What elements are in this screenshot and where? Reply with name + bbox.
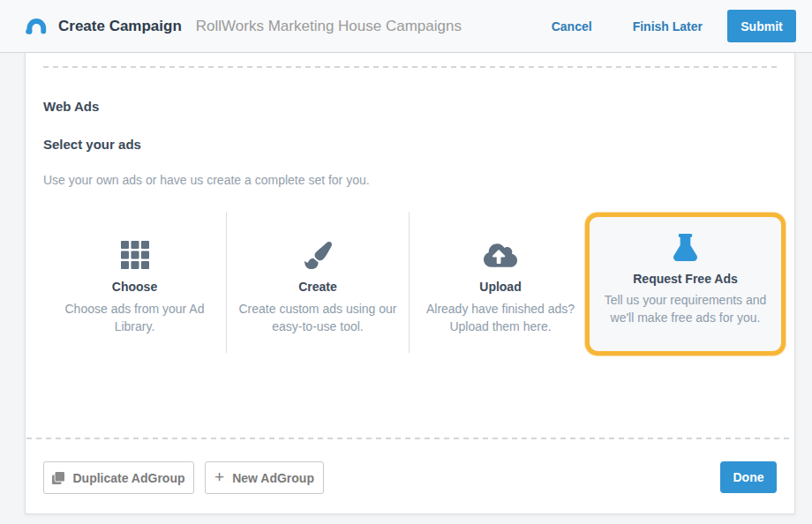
finish-later-button[interactable]: Finish Later [633, 19, 703, 34]
option-create-description: Create custom ads using our easy-to-use … [234, 300, 402, 335]
option-request-description: Tell us your requirements and we'll make… [604, 291, 768, 326]
option-request-free-ads[interactable]: Request Free Ads Tell us your requiremen… [585, 213, 786, 356]
create-campaign-page: Create Campaign RollWorks Marketing Hous… [0, 0, 812, 524]
campaign-card: Web Ads Select your ads Use your own ads… [25, 53, 795, 514]
option-upload-description: Already have finished ads? Upload them h… [417, 300, 584, 335]
option-upload-title: Upload [479, 280, 521, 294]
top-bar: Create Campaign RollWorks Marketing Hous… [0, 0, 812, 53]
select-ads-heading: Select your ads [43, 137, 141, 152]
new-adgroup-label: New AdGroup [232, 471, 314, 485]
top-bar-actions: Cancel Finish Later Submit [552, 10, 796, 42]
option-choose-title: Choose [112, 280, 157, 294]
option-choose-description: Choose ads from your Ad Library. [51, 300, 219, 335]
ad-source-options: Choose Choose ads from your Ad Library. … [43, 212, 786, 360]
plus-icon: + [214, 468, 224, 485]
bottom-dashed-divider [26, 438, 793, 439]
duplicate-adgroup-button[interactable]: Duplicate AdGroup [43, 461, 194, 494]
campaign-name: RollWorks Marketing House Campaigns [196, 18, 462, 35]
new-adgroup-button[interactable]: + New AdGroup [205, 461, 324, 494]
submit-button[interactable]: Submit [727, 10, 796, 42]
option-create-title: Create [298, 280, 337, 294]
duplicate-adgroup-label: Duplicate AdGroup [72, 471, 184, 485]
option-upload[interactable]: Upload Already have finished ads? Upload… [409, 212, 591, 353]
copy-icon [52, 472, 64, 484]
select-ads-description: Use your own ads or have us create a com… [43, 173, 370, 187]
option-choose[interactable]: Choose Choose ads from your Ad Library. [43, 212, 226, 353]
rollworks-swoosh-icon [25, 15, 48, 38]
option-create[interactable]: Create Create custom ads using our easy-… [226, 212, 409, 353]
paint-brush-icon [304, 241, 332, 269]
cancel-button[interactable]: Cancel [552, 19, 592, 34]
cloud-upload-icon [484, 241, 517, 269]
done-button[interactable]: Done [720, 461, 777, 493]
grid-icon [121, 241, 149, 269]
flask-icon [673, 234, 697, 261]
top-dashed-divider [43, 66, 777, 68]
page-title: Create Campaign [58, 18, 182, 35]
option-request-title: Request Free Ads [633, 272, 738, 286]
web-ads-heading: Web Ads [43, 99, 99, 114]
